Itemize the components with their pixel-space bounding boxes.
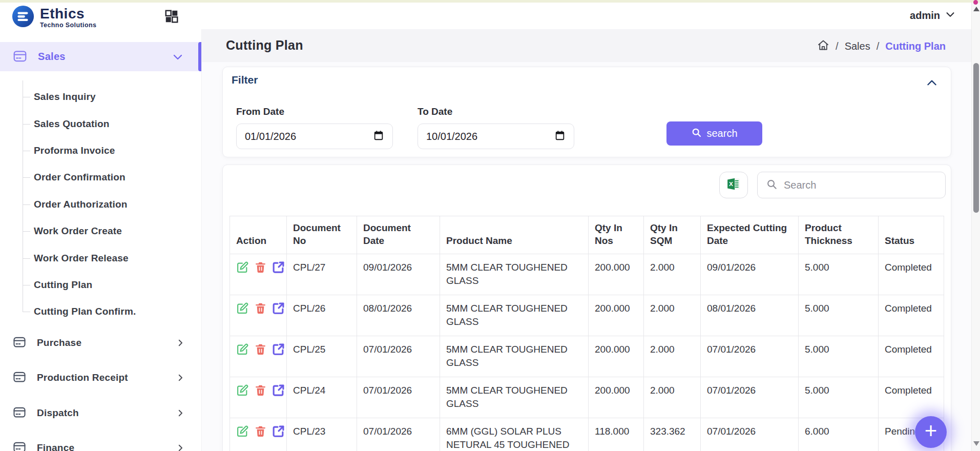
search-icon [691, 127, 702, 140]
sidebar-subitem[interactable]: Sales Quotation [0, 110, 201, 137]
edit-icon[interactable] [236, 384, 249, 400]
chevron-right-icon [176, 443, 185, 451]
add-new-fab-button[interactable]: + [915, 416, 947, 448]
table-search-box [757, 172, 946, 198]
user-name: admin [910, 10, 940, 22]
action-cell [230, 295, 287, 336]
status-cell: Completed [879, 336, 944, 377]
expected-date-cell: 08/01/2026 [701, 295, 799, 336]
sidebar-subitem[interactable]: Proforma Invoice [0, 137, 201, 164]
sidebar-subitem[interactable]: Cutting Plan Confirm. [0, 298, 201, 325]
sidebar-section-item[interactable]: Dispatch [0, 396, 201, 431]
delete-trash-icon[interactable] [254, 261, 267, 277]
edit-icon[interactable] [236, 425, 249, 441]
sales-submenu: Sales InquirySales QuotationProforma Inv… [0, 84, 201, 325]
brand-name: Ethics [40, 7, 96, 21]
expected-date-cell: 07/01/2026 [701, 336, 799, 377]
collapse-chevron-up-icon[interactable] [925, 76, 939, 92]
page-scrollbar[interactable] [971, 3, 980, 451]
doc-date-cell: 08/01/2026 [357, 295, 440, 336]
table-header-cell: Product Name [440, 216, 589, 254]
qty-sqm-cell: 323.362 [644, 418, 701, 451]
product-name-cell: 5MM CLEAR TOUGHENED GLASS [440, 295, 589, 336]
main-content: Cutting Plan / Sales / Cutting Plan Filt… [202, 29, 971, 451]
search-button-label: search [706, 128, 737, 139]
sidebar-section-item[interactable]: Finance [0, 430, 201, 451]
table-row: CPL/23 07/01/2026 6MM (GGL) SOLAR PLUS N… [230, 418, 944, 451]
table-header-cell: Action [230, 216, 287, 254]
sidebar-item-sales[interactable]: Sales [0, 42, 201, 71]
calendar-icon[interactable] [373, 130, 384, 143]
cutting-plan-table: ActionDocument NoDocument DateProduct Na… [230, 216, 944, 451]
sidebar-subitem[interactable]: Sales Inquiry [0, 84, 201, 110]
sidebar-subitem[interactable]: Work Order Create [0, 218, 201, 244]
delete-trash-icon[interactable] [254, 425, 267, 441]
doc-date-cell: 07/01/2026 [357, 377, 440, 418]
edit-icon[interactable] [236, 261, 249, 277]
delete-trash-icon[interactable] [254, 384, 267, 400]
sidebar-section-item[interactable]: Production Receipt [0, 360, 201, 396]
qty-sqm-cell: 2.000 [644, 254, 701, 295]
sidebar-subitem[interactable]: Order Authorization [0, 191, 201, 218]
table-row: CPL/27 09/01/2026 5MM CLEAR TOUGHENED GL… [230, 254, 944, 295]
sidebar-subitem[interactable]: Cutting Plan [0, 272, 201, 298]
to-date-value: 10/01/2026 [426, 131, 554, 142]
from-date-label: From Date [236, 106, 393, 117]
chevron-right-icon [176, 408, 185, 420]
from-date-input[interactable]: 01/01/2026 [236, 124, 393, 149]
from-date-value: 01/01/2026 [245, 131, 373, 142]
sidebar: Sales Sales InquirySales QuotationProfor… [0, 29, 202, 451]
breadcrumb-current[interactable]: Cutting Plan [885, 40, 946, 52]
excel-export-button[interactable]: X [719, 172, 748, 198]
breadcrumb-separator: / [836, 40, 839, 52]
search-icon [766, 178, 778, 192]
product-name-cell: 6MM (GGL) SOLAR PLUS NETURAL 45 TOUGHENE… [440, 418, 589, 451]
calendar-icon[interactable] [554, 130, 566, 143]
edit-icon[interactable] [236, 302, 249, 318]
page-title: Cutting Plan [226, 38, 303, 53]
export-share-icon[interactable] [272, 302, 285, 318]
table-search-input[interactable] [784, 179, 937, 191]
table-header-cell: Expected Cutting Date [701, 216, 799, 254]
sidebar-section-item[interactable]: Purchase [0, 325, 201, 361]
table-row: CPL/25 07/01/2026 5MM CLEAR TOUGHENED GL… [230, 336, 944, 377]
sidebar-subitem[interactable]: Order Confirmation [0, 164, 201, 191]
sidebar-toggle-grid-icon[interactable] [164, 9, 179, 24]
product-name-cell: 5MM CLEAR TOUGHENED GLASS [440, 336, 589, 377]
action-cell [230, 377, 287, 418]
ethics-logo-icon [11, 5, 35, 30]
qty-nos-cell: 118.000 [589, 418, 644, 451]
svg-text:X: X [729, 180, 733, 188]
doc-no-cell: CPL/23 [287, 418, 357, 451]
thickness-cell: 6.000 [799, 418, 879, 451]
card-icon [12, 405, 27, 421]
product-name-cell: 5MM CLEAR TOUGHENED GLASS [440, 254, 589, 295]
export-share-icon[interactable] [272, 343, 285, 359]
table-header-cell: Qty In SQM [644, 216, 701, 254]
table-header-cell: Status [879, 216, 944, 254]
list-card: X ActionDocument NoDocument DateProduct … [222, 165, 951, 451]
search-button[interactable]: search [666, 121, 762, 146]
to-date-input[interactable]: 10/01/2026 [418, 124, 574, 149]
table-row: CPL/24 07/01/2026 5MM CLEAR TOUGHENED GL… [230, 377, 944, 418]
expected-date-cell: 07/01/2026 [701, 418, 799, 451]
user-menu[interactable]: admin [910, 9, 956, 22]
scroll-up-arrow-icon[interactable] [973, 7, 979, 11]
table-row: CPL/26 08/01/2026 5MM CLEAR TOUGHENED GL… [230, 295, 944, 336]
scroll-down-arrow-icon[interactable] [973, 441, 979, 446]
delete-trash-icon[interactable] [254, 302, 267, 318]
scrollbar-thumb[interactable] [973, 63, 979, 213]
table-header-cell: Product Thickness [799, 216, 879, 254]
active-indicator-bar [198, 42, 201, 71]
export-share-icon[interactable] [272, 425, 285, 441]
export-share-icon[interactable] [272, 384, 285, 400]
doc-date-cell: 07/01/2026 [357, 336, 440, 377]
delete-trash-icon[interactable] [254, 343, 267, 359]
sidebar-item-sales-label: Sales [38, 51, 66, 63]
expected-date-cell: 07/01/2026 [701, 377, 799, 418]
home-icon[interactable] [817, 39, 829, 54]
export-share-icon[interactable] [272, 261, 285, 277]
sidebar-subitem[interactable]: Work Order Release [0, 244, 201, 271]
edit-icon[interactable] [236, 343, 249, 359]
breadcrumb-sales[interactable]: Sales [845, 40, 870, 52]
